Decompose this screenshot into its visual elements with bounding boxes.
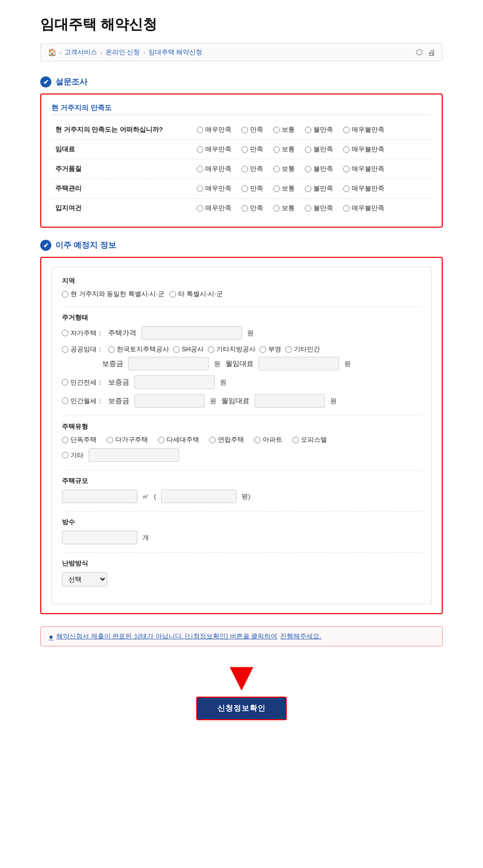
survey-radio-option[interactable]: 만족 xyxy=(242,125,263,134)
satisfaction-title: 현 거주지의 만족도 xyxy=(51,104,432,115)
moving-info-box: 지역 현 거주지와 동일한 특별시·시·군 타 특별시·시·군 주거형태 xyxy=(40,257,443,614)
public-deposit-label: 보증금 xyxy=(102,359,123,368)
survey-radio-option[interactable]: 매우만족 xyxy=(197,125,231,134)
housing-size-pyeong-input[interactable] xyxy=(161,490,236,503)
satisfaction-table: 현 거주지의 만족도는 어떠하십니까?매우만족만족보통불만족매우불만족임대료매우… xyxy=(51,120,432,218)
breadcrumb-item-1[interactable]: 고객서비스 xyxy=(64,48,97,57)
survey-radio-option[interactable]: 보통 xyxy=(273,125,295,134)
survey-row: 주거품질매우만족만족보통불만족매우불만족 xyxy=(51,159,432,179)
private-jeonse-deposit-label: 보증금 xyxy=(108,378,129,387)
public-sub-option[interactable]: 기타지방공사 xyxy=(208,345,256,354)
public-sub-option[interactable]: 기타민간 xyxy=(285,345,320,354)
confirm-btn-container: 신청정보확인 xyxy=(40,697,443,720)
survey-row-label: 현 거주지의 만족도는 어떠하십니까? xyxy=(51,120,193,140)
survey-radio-option[interactable]: 만족 xyxy=(242,184,263,193)
survey-radio-option[interactable]: 매우불만족 xyxy=(343,125,384,134)
public-sub-option[interactable]: SH공사 xyxy=(173,345,204,354)
housing-size-sqm-input[interactable] xyxy=(62,490,137,503)
arrow-container: ▼ xyxy=(40,656,443,697)
housing-type-row: 주거형태 자가주택： 주택가격 원 공공임대： xyxy=(62,313,421,408)
housing-shape-option[interactable]: 오피스텔 xyxy=(292,435,327,444)
survey-row-label: 주택관리 xyxy=(51,179,193,199)
survey-radio-option[interactable]: 불만족 xyxy=(305,164,333,173)
housing-shape-option[interactable]: 다가구주택 xyxy=(107,435,148,444)
survey-radio-option[interactable]: 매우만족 xyxy=(197,184,231,193)
survey-radio-option[interactable]: 불만족 xyxy=(305,145,333,154)
survey-section-icon: ✔ xyxy=(40,76,51,87)
moving-section-header: ✔ 이주 예정지 정보 xyxy=(40,240,443,251)
page-title: 임대주택 해약신청 xyxy=(40,15,443,34)
breadcrumb-item-2[interactable]: 온라인 신청 xyxy=(106,48,140,57)
notice-icon: ● xyxy=(49,632,53,641)
survey-section-header: ✔ 설문조사 xyxy=(40,76,443,87)
housing-shape-option[interactable]: 단독주택 xyxy=(62,435,97,444)
moving-inner-box: 지역 현 거주지와 동일한 특별시·시·군 타 특별시·시·군 주거형태 xyxy=(51,267,432,604)
survey-radio-option[interactable]: 매우불만족 xyxy=(343,204,384,213)
survey-row: 임대료매우만족만족보통불만족매우불만족 xyxy=(51,140,432,159)
private-monthly-deposit-label: 보증금 xyxy=(108,397,129,406)
housing-shape-option[interactable]: 아파트 xyxy=(254,435,282,444)
survey-radio-option[interactable]: 매우불만족 xyxy=(343,184,384,193)
housing-size-row: 주택규모 ㎡ ( 평) xyxy=(62,476,421,503)
print-icon[interactable]: 🖨 xyxy=(428,48,435,57)
breadcrumb-item-3[interactable]: 임대주택 해약신청 xyxy=(148,48,203,57)
public-sub-option[interactable]: 한국토지주택공사 xyxy=(108,345,169,354)
private-monthly-radio[interactable]: 민간월세： xyxy=(62,397,103,406)
public-sub-option[interactable]: 부영 xyxy=(260,345,281,354)
survey-radio-option[interactable]: 만족 xyxy=(242,204,263,213)
survey-radio-option[interactable]: 매우불만족 xyxy=(343,145,384,154)
self-owned-price-input[interactable] xyxy=(141,326,242,340)
survey-radio-option[interactable]: 매우만족 xyxy=(197,164,231,173)
public-monthly-input[interactable] xyxy=(259,357,339,370)
bottom-notice: ● 해약신청서 제출이 완료된 상태가 아닙니다. [신청정보확인] 버튼을 클… xyxy=(40,626,443,646)
public-deposit-input[interactable] xyxy=(128,357,209,370)
survey-section-title: 설문조사 xyxy=(55,77,88,87)
heating-row: 난방방식 선택중앙난방개별난방지역난방 xyxy=(62,559,421,587)
housing-shape-option[interactable]: 연립주택 xyxy=(209,435,244,444)
survey-row-label: 주거품질 xyxy=(51,159,193,179)
notice-text: 해약신청서 제출이 완료된 상태가 아닙니다. [신청정보확인] 버튼을 클릭하… xyxy=(56,632,277,641)
public-rental-radio[interactable]: 공공임대： xyxy=(62,345,103,354)
survey-radio-option[interactable]: 만족 xyxy=(242,164,263,173)
survey-radio-option[interactable]: 불만족 xyxy=(305,125,333,134)
housing-shape-other-input[interactable] xyxy=(89,448,179,462)
region-label: 지역 xyxy=(62,276,421,285)
confirm-button[interactable]: 신청정보확인 xyxy=(196,697,287,720)
survey-radio-option[interactable]: 보통 xyxy=(273,164,295,173)
notice-link[interactable]: 진행해주세요. xyxy=(280,632,321,641)
private-jeonse-deposit-input[interactable] xyxy=(134,375,215,389)
survey-radio-option[interactable]: 매우만족 xyxy=(197,204,231,213)
private-monthly-rent-input[interactable] xyxy=(255,394,325,408)
survey-row: 현 거주지의 만족도는 어떠하십니까?매우만족만족보통불만족매우불만족 xyxy=(51,120,432,140)
moving-section-icon: ✔ xyxy=(40,240,51,251)
survey-radio-option[interactable]: 보통 xyxy=(273,184,295,193)
survey-radio-option[interactable]: 보통 xyxy=(273,145,295,154)
home-icon[interactable]: 🏠 xyxy=(48,48,56,56)
survey-radio-option[interactable]: 불만족 xyxy=(305,184,333,193)
heating-label: 난방방식 xyxy=(62,559,421,568)
survey-radio-option[interactable]: 매우불만족 xyxy=(343,164,384,173)
housing-shape-label: 주택유형 xyxy=(62,422,421,431)
survey-row-label: 임대료 xyxy=(51,140,193,159)
satisfaction-box: 현 거주지의 만족도 현 거주지의 만족도는 어떠하십니까?매우만족만족보통불만… xyxy=(40,93,443,228)
survey-radio-option[interactable]: 매우만족 xyxy=(197,145,231,154)
breadcrumb: 🏠 › 고객서비스 › 온라인 신청 › 임대주택 해약신청 ⬡ 🖨 xyxy=(40,43,443,61)
housing-shape-option[interactable]: 다세대주택 xyxy=(158,435,199,444)
region-option2[interactable]: 타 특별시·시·군 xyxy=(170,290,223,299)
heating-select[interactable]: 선택중앙난방개별난방지역난방 xyxy=(62,572,107,587)
arrow-icon: ▼ xyxy=(221,656,261,697)
self-owned-radio[interactable]: 자가주택： xyxy=(62,329,103,338)
rooms-input[interactable] xyxy=(62,531,137,544)
housing-size-label: 주택규모 xyxy=(62,476,421,486)
housing-shape-other-radio[interactable]: 기타 xyxy=(62,451,84,460)
housing-type-label: 주거형태 xyxy=(62,313,421,322)
rooms-row: 방수 개 xyxy=(62,518,421,544)
region-option1[interactable]: 현 거주지와 동일한 특별시·시·군 xyxy=(62,290,165,299)
share-icon[interactable]: ⬡ xyxy=(416,48,423,57)
rooms-label: 방수 xyxy=(62,518,421,527)
private-monthly-deposit-input[interactable] xyxy=(134,394,205,408)
private-jeonse-radio[interactable]: 민간전세： xyxy=(62,378,103,387)
survey-radio-option[interactable]: 만족 xyxy=(242,145,263,154)
survey-radio-option[interactable]: 불만족 xyxy=(305,204,333,213)
survey-radio-option[interactable]: 보통 xyxy=(273,204,295,213)
